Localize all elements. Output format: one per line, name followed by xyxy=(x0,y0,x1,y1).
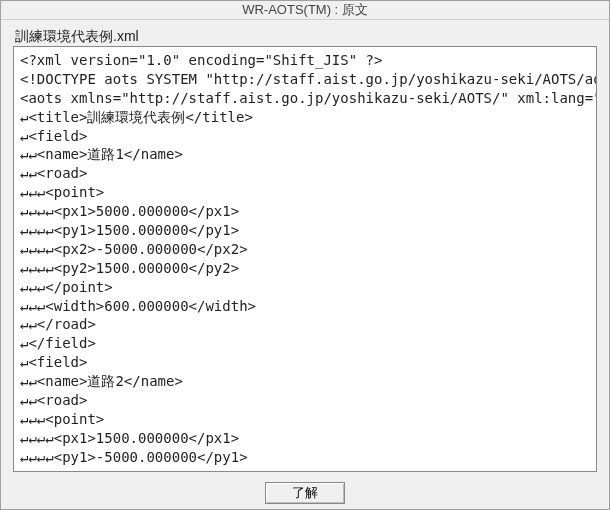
content-line: <!DOCTYPE aots SYSTEM "http://staff.aist… xyxy=(20,70,590,89)
content-line: ↵</field> xyxy=(20,334,590,353)
xml-content-textarea[interactable]: <?xml version="1.0" encoding="Shift_JIS"… xyxy=(13,46,597,472)
content-line: ↵↵↵↵<py2>1500.000000</py2> xyxy=(20,259,590,278)
content-line: ↵↵<name>道路1</name> xyxy=(20,145,590,164)
content-line: ↵<field> xyxy=(20,127,590,146)
content-line: ↵↵<road> xyxy=(20,391,590,410)
dialog-window: WR-AOTS(TM) : 原文 訓練環境代表例.xml <?xml versi… xyxy=(0,0,610,510)
content-line: <aots xmlns="http://staff.aist.go.jp/yos… xyxy=(20,89,590,108)
content-line: ↵↵</road> xyxy=(20,315,590,334)
content-line: ↵↵↵↵<px1>1500.000000</px1> xyxy=(20,429,590,448)
titlebar: WR-AOTS(TM) : 原文 xyxy=(1,1,609,20)
content-line: ↵↵↵<point> xyxy=(20,410,590,429)
content-line: ↵<title>訓練環境代表例</title> xyxy=(20,108,590,127)
filename-label: 訓練環境代表例.xml xyxy=(13,28,597,46)
content-line: ↵↵↵↵<px1>5000.000000</px1> xyxy=(20,202,590,221)
content-line: ↵↵↵↵<py1>-5000.000000</py1> xyxy=(20,448,590,467)
content-line: ↵↵↵</point> xyxy=(20,278,590,297)
content-line: ↵↵↵↵<py1>1500.000000</py1> xyxy=(20,221,590,240)
content-line: ↵↵↵<width>600.000000</width> xyxy=(20,297,590,316)
content-line: ↵↵↵<point> xyxy=(20,183,590,202)
content-line: <?xml version="1.0" encoding="Shift_JIS"… xyxy=(20,51,590,70)
content-line: ↵↵<road> xyxy=(20,164,590,183)
button-row: 了解 xyxy=(13,472,597,510)
ok-button[interactable]: 了解 xyxy=(265,482,345,504)
content-line: ↵↵<name>道路2</name> xyxy=(20,372,590,391)
content-line: ↵<field> xyxy=(20,353,590,372)
content-line: ↵↵↵↵<px2>-5000.000000</px2> xyxy=(20,240,590,259)
dialog-body: 訓練環境代表例.xml <?xml version="1.0" encoding… xyxy=(1,20,609,510)
window-title: WR-AOTS(TM) : 原文 xyxy=(242,1,368,19)
